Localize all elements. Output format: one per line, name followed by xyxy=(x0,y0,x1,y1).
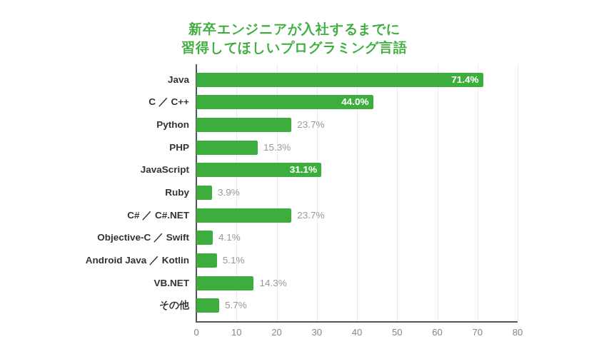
bar xyxy=(196,231,213,245)
bar-row: Python23.7% xyxy=(196,118,518,132)
bar xyxy=(196,253,217,268)
x-tick: 20 xyxy=(271,327,281,338)
bar-row: Java71.4% xyxy=(196,73,518,87)
bar xyxy=(196,298,219,313)
value-label: 3.9% xyxy=(218,186,240,200)
x-tick: 60 xyxy=(432,327,442,338)
grid-line xyxy=(518,64,518,321)
value-label: 44.0% xyxy=(341,95,368,109)
bar xyxy=(196,186,212,200)
category-label: VB.NET xyxy=(11,276,189,290)
x-axis xyxy=(196,321,518,323)
x-ticks: 01020304050607080 xyxy=(196,327,518,341)
bar xyxy=(196,208,291,223)
bar: 44.0% xyxy=(196,95,373,109)
x-tick: 50 xyxy=(392,327,402,338)
bar: 71.4% xyxy=(196,73,483,87)
plot-area: Java71.4%C ／ C++44.0%Python23.7%PHP15.3%… xyxy=(196,64,518,321)
bar-row: Ruby3.9% xyxy=(196,186,518,200)
value-label: 31.1% xyxy=(290,163,317,177)
value-label: 5.1% xyxy=(223,253,245,268)
bar xyxy=(196,118,291,132)
category-label: その他 xyxy=(11,298,189,313)
bar-row: C# ／ C#.NET23.7% xyxy=(196,208,518,223)
value-label: 4.1% xyxy=(218,231,241,245)
bar-row: C ／ C++44.0% xyxy=(196,95,518,109)
bar-row: Objective-C ／ Swift4.1% xyxy=(196,231,518,245)
value-label: 23.7% xyxy=(297,208,324,223)
category-label: C ／ C++ xyxy=(11,95,189,109)
category-label: Ruby xyxy=(11,186,189,200)
bar-row: PHP15.3% xyxy=(196,141,518,155)
bar xyxy=(196,141,258,155)
title-line-1: 新卒エンジニアが入社するまでに xyxy=(188,21,400,36)
bar-row: JavaScript31.1% xyxy=(196,163,518,177)
bars: Java71.4%C ／ C++44.0%Python23.7%PHP15.3%… xyxy=(196,64,518,321)
value-label: 14.3% xyxy=(259,276,286,290)
chart-container: 新卒エンジニアが入社するまでに 習得してほしいプログラミング言語 Java71.… xyxy=(0,0,589,364)
category-label: Android Java ／ Kotlin xyxy=(11,253,189,268)
category-label: PHP xyxy=(11,141,189,155)
category-label: Java xyxy=(11,73,189,87)
x-tick: 0 xyxy=(193,327,198,338)
category-label: Objective-C ／ Swift xyxy=(11,231,189,245)
x-tick: 40 xyxy=(352,327,362,338)
x-tick: 70 xyxy=(473,327,483,338)
x-tick: 80 xyxy=(513,327,523,338)
value-label: 23.7% xyxy=(297,118,324,132)
category-label: C# ／ C#.NET xyxy=(11,208,189,223)
chart-title: 新卒エンジニアが入社するまでに 習得してほしいプログラミング言語 xyxy=(0,20,589,56)
x-tick: 30 xyxy=(312,327,322,338)
value-label: 15.3% xyxy=(263,141,291,155)
bar: 31.1% xyxy=(196,163,321,177)
value-label: 71.4% xyxy=(451,73,478,87)
title-line-2: 習得してほしいプログラミング言語 xyxy=(181,40,407,55)
value-label: 5.7% xyxy=(225,298,247,313)
category-label: JavaScript xyxy=(11,163,189,177)
bar xyxy=(196,276,253,290)
bar-row: その他5.7% xyxy=(196,298,518,313)
category-label: Python xyxy=(11,118,189,132)
x-tick: 10 xyxy=(231,327,241,338)
bar-row: Android Java ／ Kotlin5.1% xyxy=(196,253,518,268)
bar-row: VB.NET14.3% xyxy=(196,276,518,290)
